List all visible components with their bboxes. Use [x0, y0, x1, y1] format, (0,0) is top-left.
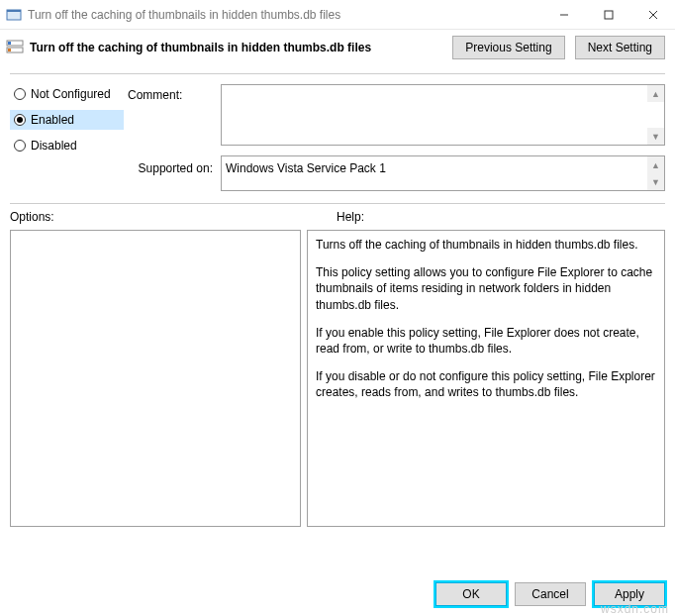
header: Turn off the caching of thumbnails in hi…: [0, 30, 675, 65]
radio-label: Not Configured: [31, 87, 111, 101]
comment-value: [226, 87, 646, 143]
radio-label: Enabled: [31, 113, 74, 127]
radio-icon: [14, 140, 26, 152]
policy-icon: [6, 7, 22, 23]
apply-button[interactable]: Apply: [594, 582, 665, 606]
scrollbar[interactable]: ▲ ▼: [647, 85, 664, 145]
scroll-up-icon[interactable]: ▲: [647, 85, 664, 102]
help-text: If you disable or do not configure this …: [316, 368, 656, 400]
comment-field[interactable]: ▲ ▼: [221, 84, 665, 146]
help-text: This policy setting allows you to config…: [316, 264, 656, 313]
help-text: If you enable this policy setting, File …: [316, 325, 656, 357]
comment-label: Comment:: [128, 84, 217, 146]
radio-label: Disabled: [31, 139, 77, 153]
options-panel: [10, 230, 301, 527]
setting-title: Turn off the caching of thumbnails in hi…: [30, 41, 371, 54]
svg-rect-1: [7, 10, 21, 12]
radio-enabled[interactable]: Enabled: [10, 110, 124, 130]
divider: [10, 203, 665, 204]
divider: [10, 73, 665, 74]
cancel-button[interactable]: Cancel: [515, 582, 586, 606]
minimize-button[interactable]: [541, 0, 586, 29]
scroll-down-icon[interactable]: ▼: [647, 173, 664, 190]
help-panel: Turns off the caching of thumbnails in h…: [307, 230, 665, 527]
radio-disabled[interactable]: Disabled: [10, 136, 124, 155]
radio-not-configured[interactable]: Not Configured: [10, 84, 124, 104]
scrollbar[interactable]: ▲ ▼: [647, 156, 664, 190]
dialog-footer: OK Cancel Apply: [435, 582, 665, 606]
scroll-up-icon[interactable]: ▲: [647, 156, 664, 173]
window-controls: [541, 0, 675, 29]
supported-on-label: Supported on:: [128, 155, 217, 191]
panel-labels: Options: Help:: [0, 208, 675, 226]
supported-on-field: Windows Vista Service Pack 1 ▲ ▼: [221, 155, 665, 191]
radio-icon: [14, 88, 26, 100]
maximize-button[interactable]: [586, 0, 630, 29]
next-setting-button[interactable]: Next Setting: [575, 36, 665, 59]
scroll-down-icon[interactable]: ▼: [647, 128, 664, 145]
policy-setting-icon: [6, 39, 24, 56]
ok-button[interactable]: OK: [435, 582, 507, 606]
titlebar: Turn off the caching of thumbnails in hi…: [0, 0, 675, 30]
svg-rect-9: [8, 49, 11, 51]
svg-rect-8: [8, 42, 11, 45]
options-label: Options:: [10, 210, 337, 224]
help-label: Help:: [337, 210, 364, 224]
state-radio-group: Not Configured Enabled Disabled: [10, 84, 124, 191]
radio-icon: [14, 114, 26, 126]
supported-on-value: Windows Vista Service Pack 1: [226, 158, 646, 188]
previous-setting-button[interactable]: Previous Setting: [452, 36, 564, 59]
close-button[interactable]: [630, 0, 675, 29]
help-text: Turns off the caching of thumbnails in h…: [316, 237, 656, 253]
svg-rect-3: [605, 11, 613, 19]
window-title: Turn off the caching of thumbnails in hi…: [28, 8, 541, 22]
